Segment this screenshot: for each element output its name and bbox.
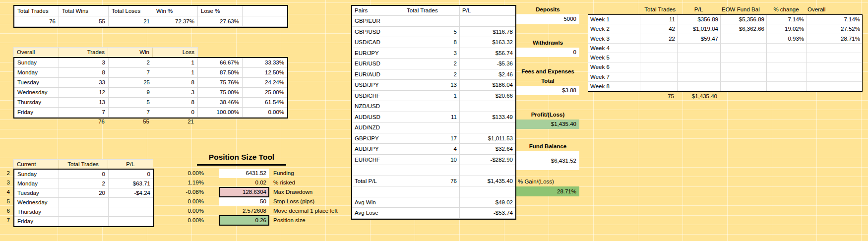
pl-cell[interactable]	[109, 217, 153, 226]
pair-cell[interactable]: AUD/JPY	[352, 144, 404, 155]
trades-cell[interactable]	[404, 101, 460, 112]
pairs-trades-header-cell[interactable]: Total Trades	[404, 6, 460, 16]
win-pct-cell[interactable]: 75.76%	[198, 78, 243, 88]
day-cell[interactable]: Sunday	[14, 170, 59, 179]
overall-pct-cell[interactable]	[806, 72, 862, 82]
weeks-change-header-cell[interactable]: % change	[766, 5, 806, 14]
trades-cell[interactable]: 8	[59, 68, 109, 78]
pairs-header-cell[interactable]: Pairs	[352, 6, 404, 16]
pair-cell[interactable]: USD/CHF	[352, 91, 404, 102]
funding-label[interactable]: Funding	[269, 169, 294, 178]
fund-balance-value-cell[interactable]: $6,431.52	[516, 151, 579, 170]
position-size-label[interactable]: Position size	[269, 216, 306, 225]
empty-cell[interactable]	[352, 186, 404, 197]
trades-cell[interactable]: 3	[404, 48, 460, 59]
pair-cell[interactable]: EUR/AUD	[352, 69, 404, 80]
funding-value-cell[interactable]: 6431.52	[219, 169, 269, 178]
trades-cell[interactable]: 2	[404, 69, 460, 80]
overall-pct-cell[interactable]: 7.14%	[806, 15, 862, 24]
day-cell[interactable]: Wednesday	[14, 198, 59, 207]
overall-label-cell[interactable]: Overall	[14, 48, 59, 57]
overall-pct-cell[interactable]: 27.52%	[806, 24, 862, 34]
win-cell[interactable]: 9	[109, 88, 153, 98]
win-cell[interactable]: 7	[109, 108, 153, 118]
avg-lose-label-cell[interactable]: Avg Lose	[352, 208, 404, 219]
loss-cell[interactable]: 8	[153, 98, 198, 108]
pct-cell[interactable]: 0.00%	[167, 169, 207, 178]
pct-cell[interactable]: -0.08%	[167, 187, 207, 197]
trades-cell[interactable]: 42	[640, 24, 678, 34]
deposits-value-cell[interactable]: 5000	[516, 14, 579, 24]
eow-balance-cell[interactable]	[721, 82, 767, 91]
overall-total-loss-cell[interactable]: 21	[152, 117, 197, 126]
change-pct-cell[interactable]	[767, 82, 806, 91]
avg-lose-value-cell[interactable]: -$53.74	[460, 208, 515, 219]
trades-cell[interactable]: 10	[404, 155, 460, 166]
trades-cell[interactable]	[59, 198, 109, 207]
trades-cell[interactable]: 5	[404, 27, 460, 38]
pair-cell[interactable]: USD/JPY	[352, 80, 404, 91]
total-pl-value-cell[interactable]: $1,435.40	[460, 176, 515, 187]
change-pct-cell[interactable]	[767, 44, 806, 53]
trades-cell[interactable]	[59, 207, 109, 217]
change-pct-cell[interactable]	[767, 53, 806, 62]
change-pct-cell[interactable]: 7.14%	[767, 15, 806, 24]
pl-cell[interactable]: $2.46	[460, 69, 515, 80]
max-drawdown-label[interactable]: Max Drawdown	[269, 187, 312, 197]
day-cell[interactable]: Sunday	[14, 58, 59, 68]
trades-cell[interactable]	[640, 82, 678, 91]
empty-cell[interactable]	[404, 208, 460, 219]
summary-header-cell[interactable]: Total Trades	[14, 6, 59, 16]
loss-cell[interactable]: 0	[153, 108, 198, 118]
week-label-cell[interactable]: Week 7	[588, 72, 640, 82]
change-pct-cell[interactable]: 0.93%	[767, 34, 806, 44]
summary-header-cell[interactable]: Lose %	[198, 6, 243, 16]
loss-header-cell[interactable]: Loss	[153, 48, 197, 57]
day-cell[interactable]: Tuesday	[14, 188, 59, 198]
pl-cell[interactable]	[678, 53, 721, 62]
fees-expenses-label[interactable]: Fees and Expenses	[516, 67, 579, 76]
trades-cell[interactable]: 13	[59, 98, 109, 108]
pl-cell[interactable]	[460, 16, 515, 27]
eow-balance-cell[interactable]: $5,356.89	[721, 15, 767, 24]
eow-balance-cell[interactable]	[721, 34, 767, 44]
trades-cell[interactable]: 13	[404, 80, 460, 91]
trades-cell[interactable]: 20	[59, 188, 109, 198]
risked-label[interactable]: % risked	[269, 178, 295, 187]
loss-pct-cell[interactable]: 0.00%	[243, 108, 287, 118]
row-number[interactable]: 4	[0, 187, 12, 197]
trades-header-cell[interactable]: Trades	[59, 48, 108, 57]
loss-pct-cell[interactable]: 61.54%	[243, 98, 287, 108]
pl-cell[interactable]: $116.78	[460, 27, 515, 38]
profit-loss-value-cell[interactable]: $1,435.40	[516, 120, 579, 129]
pct-cell[interactable]: 1.19%	[167, 178, 207, 187]
pl-cell[interactable]	[109, 198, 153, 207]
pl-cell[interactable]: $59.47	[678, 34, 721, 44]
fees-value-cell[interactable]: -$3.88	[516, 86, 579, 95]
eow-balance-cell[interactable]: $6,362.66	[721, 24, 767, 34]
day-cell[interactable]: Thursday	[14, 98, 59, 108]
day-cell[interactable]: Monday	[14, 68, 59, 78]
empty-cell[interactable]	[13, 117, 58, 126]
day-cell[interactable]: Tuesday	[14, 78, 59, 88]
stop-loss-label[interactable]: Stop Loss (pips)	[269, 197, 314, 206]
pl-cell[interactable]: $20.66	[460, 91, 515, 102]
trades-cell[interactable]: 17	[404, 133, 460, 144]
pct-cell[interactable]: 0.00%	[167, 216, 207, 225]
overall-total-trades-cell[interactable]: 76	[58, 117, 108, 126]
trades-cell[interactable]: 1	[404, 91, 460, 102]
empty-cell[interactable]	[404, 165, 460, 176]
pair-cell[interactable]: EUR/JPY	[352, 48, 404, 59]
summary-header-cell[interactable]: Win %	[153, 6, 198, 16]
avg-win-label-cell[interactable]: Avg Win	[352, 197, 404, 208]
total-loses-cell[interactable]: 21	[109, 16, 153, 27]
deposits-label[interactable]: Deposits	[516, 5, 579, 14]
pairs-pl-header-cell[interactable]: P/L	[460, 6, 515, 16]
row-number[interactable]: 2	[0, 169, 12, 178]
pl-cell[interactable]: -$282.90	[460, 155, 515, 166]
withdrawls-value-cell[interactable]: 0	[516, 48, 579, 57]
loss-pct-cell[interactable]: 12.50%	[243, 68, 287, 78]
weeks-pl-header-cell[interactable]: P/L	[677, 5, 720, 14]
change-pct-cell[interactable]: 19.02%	[767, 24, 806, 34]
trades-cell[interactable]	[640, 72, 678, 82]
